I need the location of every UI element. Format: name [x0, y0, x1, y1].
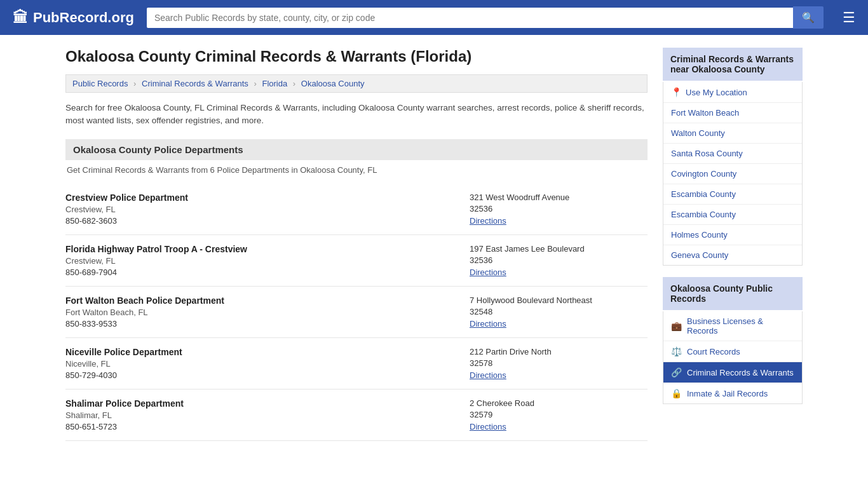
logo-icon: 🏛	[13, 9, 28, 27]
directions-link-4[interactable]: Directions	[470, 422, 506, 431]
nearby-link-0[interactable]: Fort Walton Beach	[671, 108, 739, 118]
directions-link-0[interactable]: Directions	[470, 216, 506, 226]
dept-entry-0: Crestview Police Department Crestview, F…	[65, 184, 648, 235]
dept-city-4: Shalimar, FL	[65, 410, 470, 420]
public-records-icon-0: 💼	[671, 321, 682, 331]
dept-city-3: Niceville, FL	[65, 359, 470, 369]
dept-city-2: Fort Walton Beach, FL	[65, 308, 470, 317]
police-section-subtext: Get Criminal Records & Warrants from 6 P…	[65, 165, 648, 175]
nearby-link-2[interactable]: Santa Rosa County	[671, 149, 743, 158]
dept-city-0: Crestview, FL	[65, 205, 470, 214]
breadcrumb-sep-3: ›	[293, 79, 295, 88]
nearby-link-item-6[interactable]: Holmes County	[663, 225, 802, 245]
dept-name-3: Niceville Police Department	[65, 347, 470, 357]
site-logo[interactable]: 🏛 PubRecord.org	[13, 9, 134, 27]
page-title: Okaloosa County Criminal Records & Warra…	[65, 48, 648, 65]
dept-phone-0: 850-682-3603	[65, 216, 470, 226]
nearby-link-4[interactable]: Escambia County	[671, 189, 736, 199]
public-records-item-0[interactable]: 💼 Business Licenses & Records	[663, 311, 802, 341]
nearby-link-item-5[interactable]: Escambia County	[663, 205, 802, 225]
directions-link-3[interactable]: Directions	[470, 370, 506, 380]
site-header: 🏛 PubRecord.org 🔍 ☰	[0, 0, 868, 35]
dept-name-4: Shalimar Police Department	[65, 398, 470, 409]
dept-name-2: Fort Walton Beach Police Department	[65, 295, 470, 306]
breadcrumb-okaloosa[interactable]: Okaloosa County	[301, 79, 365, 88]
dept-directions-0[interactable]: Directions	[470, 215, 648, 226]
search-input[interactable]	[147, 8, 793, 28]
nearby-link-5[interactable]: Escambia County	[671, 210, 736, 219]
dept-right-0: 321 West Woodruff Avenue 32536 Direction…	[470, 193, 648, 226]
breadcrumb-florida[interactable]: Florida	[262, 79, 287, 88]
use-location-item[interactable]: 📍 Use My Location	[663, 82, 802, 103]
public-records-list: 💼 Business Licenses & Records ⚖️ Court R…	[663, 311, 803, 404]
dept-left-0: Crestview Police Department Crestview, F…	[65, 193, 470, 226]
dept-directions-3[interactable]: Directions	[470, 370, 648, 380]
breadcrumb-public-records[interactable]: Public Records	[72, 79, 128, 88]
dept-directions-4[interactable]: Directions	[470, 421, 648, 431]
logo-text: PubRecord.org	[33, 10, 134, 26]
location-icon: 📍	[671, 87, 682, 97]
public-records-row-2: 🔗 Criminal Records & Warrants	[671, 367, 794, 377]
left-panel: Okaloosa County Criminal Records & Warra…	[65, 48, 648, 441]
public-records-row-1: ⚖️ Court Records	[671, 346, 794, 356]
dept-directions-2[interactable]: Directions	[470, 318, 648, 329]
public-records-link-2[interactable]: Criminal Records & Warrants	[687, 368, 794, 377]
directions-link-1[interactable]: Directions	[470, 268, 506, 277]
dept-directions-1[interactable]: Directions	[470, 267, 648, 277]
dept-phone-3: 850-729-4030	[65, 370, 470, 380]
public-records-item-1[interactable]: ⚖️ Court Records	[663, 341, 802, 362]
dept-address-4: 2 Cherokee Road	[470, 398, 648, 408]
dept-phone-1: 850-689-7904	[65, 268, 470, 277]
breadcrumb-criminal-records[interactable]: Criminal Records & Warrants	[142, 79, 248, 88]
dept-address-2: 7 Hollywood Boulevard Northeast	[470, 295, 648, 305]
search-icon: 🔍	[802, 12, 815, 23]
dept-left-4: Shalimar Police Department Shalimar, FL …	[65, 398, 470, 431]
dept-left-3: Niceville Police Department Niceville, F…	[65, 347, 470, 380]
breadcrumb: Public Records › Criminal Records & Warr…	[65, 74, 648, 93]
nearby-link-item-3[interactable]: Covington County	[663, 164, 802, 184]
main-content: Okaloosa County Criminal Records & Warra…	[53, 35, 815, 454]
dept-city-1: Crestview, FL	[65, 256, 470, 266]
nearby-link-item-0[interactable]: Fort Walton Beach	[663, 103, 802, 123]
public-records-icon-2: 🔗	[671, 367, 682, 377]
public-records-header: Okaloosa County Public Records	[663, 277, 803, 310]
nearby-link-1[interactable]: Walton County	[671, 128, 725, 138]
dept-phone-2: 850-833-9533	[65, 319, 470, 329]
public-records-icon-1: ⚖️	[671, 346, 682, 356]
dept-right-1: 197 East James Lee Boulevard 32536 Direc…	[470, 244, 648, 277]
right-panel: Criminal Records & Warrants near Okaloos…	[663, 48, 803, 441]
dept-left-2: Fort Walton Beach Police Department Fort…	[65, 295, 470, 329]
breadcrumb-sep-1: ›	[133, 79, 136, 88]
dept-address-0: 321 West Woodruff Avenue	[470, 193, 648, 202]
nearby-link-item-7[interactable]: Geneva County	[663, 245, 802, 265]
public-records-item-2[interactable]: 🔗 Criminal Records & Warrants	[663, 362, 802, 383]
nearby-link-item-4[interactable]: Escambia County	[663, 184, 802, 205]
nearby-link-6[interactable]: Holmes County	[671, 230, 728, 240]
dept-name-1: Florida Highway Patrol Troop A - Crestvi…	[65, 244, 470, 254]
public-records-row-0: 💼 Business Licenses & Records	[671, 316, 794, 336]
public-records-link-1[interactable]: Court Records	[687, 347, 740, 356]
search-button[interactable]: 🔍	[793, 6, 824, 29]
nearby-link-item-2[interactable]: Santa Rosa County	[663, 144, 802, 164]
use-location-link[interactable]: Use My Location	[686, 88, 747, 97]
nearby-link-item-1[interactable]: Walton County	[663, 123, 802, 144]
directions-link-2[interactable]: Directions	[470, 319, 506, 329]
dept-zip-1: 32536	[470, 255, 648, 265]
public-records-link-3[interactable]: Inmate & Jail Records	[687, 389, 768, 398]
dept-zip-4: 32579	[470, 410, 648, 419]
dept-zip-0: 32536	[470, 204, 648, 214]
dept-right-4: 2 Cherokee Road 32579 Directions	[470, 398, 648, 431]
public-records-item-3[interactable]: 🔒 Inmate & Jail Records	[663, 383, 802, 403]
dept-right-2: 7 Hollywood Boulevard Northeast 32548 Di…	[470, 295, 648, 329]
dept-entry-1: Florida Highway Patrol Troop A - Crestvi…	[65, 235, 648, 287]
dept-address-1: 197 East James Lee Boulevard	[470, 244, 648, 254]
dept-phone-4: 850-651-5723	[65, 422, 470, 431]
nearby-link-7[interactable]: Geneva County	[671, 250, 728, 260]
search-bar: 🔍	[147, 6, 824, 29]
nearby-link-3[interactable]: Covington County	[671, 169, 736, 179]
dept-address-3: 212 Partin Drive North	[470, 347, 648, 356]
public-records-row-3: 🔒 Inmate & Jail Records	[671, 388, 794, 398]
public-records-link-0[interactable]: Business Licenses & Records	[687, 316, 794, 336]
dept-zip-2: 32548	[470, 307, 648, 316]
menu-icon[interactable]: ☰	[843, 10, 855, 26]
